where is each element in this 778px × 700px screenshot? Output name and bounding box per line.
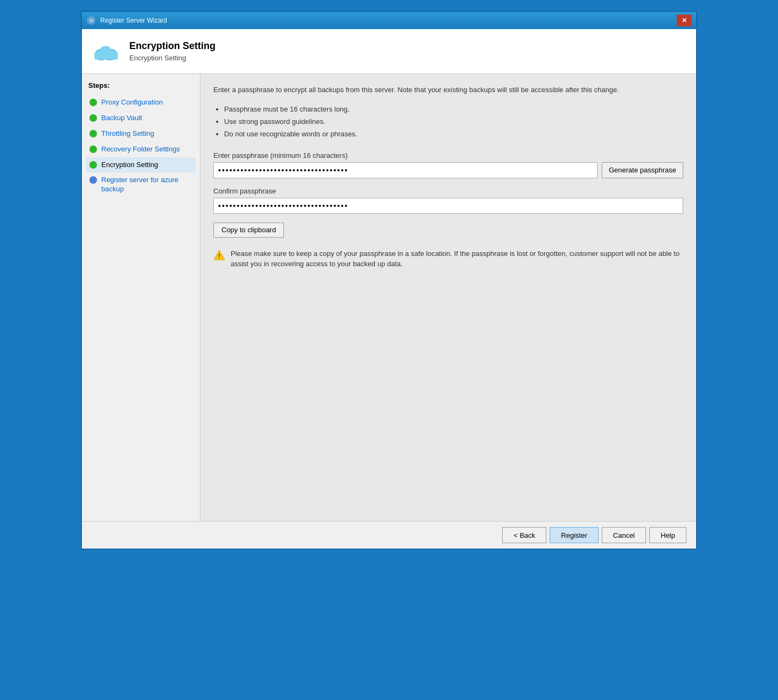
sidebar-item-backup-vault[interactable]: Backup Vault bbox=[86, 110, 196, 126]
cancel-button[interactable]: Cancel bbox=[602, 527, 646, 543]
sidebar-label-throttling: Throttling Setting bbox=[101, 129, 154, 138]
step-dot-register bbox=[89, 176, 97, 184]
register-button[interactable]: Register bbox=[550, 527, 598, 543]
sidebar-label-recovery: Recovery Folder Settings bbox=[101, 145, 180, 154]
confirm-passphrase-input[interactable] bbox=[213, 198, 683, 214]
passphrase-row: Generate passphrase bbox=[213, 162, 683, 178]
window-title: Register Server Wizard bbox=[100, 17, 677, 24]
intro-text: Enter a passphrase to encrypt all backup… bbox=[213, 85, 683, 95]
bullet-item-3: Do not use recognizable words or phrases… bbox=[224, 128, 683, 140]
main-window: ⟲ Register Server Wizard ✕ Encryption Se… bbox=[81, 11, 697, 550]
step-dot-throttling bbox=[89, 130, 97, 137]
sidebar: Steps: Proxy Configuration Backup Vault … bbox=[82, 74, 200, 521]
warning-text: Please make sure to keep a copy of your … bbox=[231, 248, 683, 269]
bullet-item-1: Passphrase must be 16 characters long. bbox=[224, 103, 683, 115]
bullet-item-2: Use strong password guidelines. bbox=[224, 115, 683, 128]
copy-to-clipboard-button[interactable]: Copy to clipboard bbox=[213, 223, 284, 238]
title-bar: ⟲ Register Server Wizard ✕ bbox=[82, 12, 696, 29]
sidebar-label-encryption: Encryption Setting bbox=[101, 161, 158, 170]
bullet-list: Passphrase must be 16 characters long. U… bbox=[224, 103, 683, 141]
step-dot-encryption bbox=[89, 161, 97, 169]
header-area: Encryption Setting Encryption Setting bbox=[82, 29, 696, 74]
confirm-label: Confirm passphrase bbox=[213, 187, 683, 195]
warning-icon: ! bbox=[213, 249, 225, 261]
step-dot-recovery bbox=[89, 145, 97, 153]
steps-label: Steps: bbox=[86, 81, 196, 89]
sidebar-item-throttling[interactable]: Throttling Setting bbox=[86, 126, 196, 142]
passphrase-label: Enter passphrase (minimum 16 characters) bbox=[213, 151, 683, 160]
sidebar-label-backup: Backup Vault bbox=[101, 114, 142, 123]
footer-area: < Back Register Cancel Help bbox=[82, 521, 696, 549]
step-dot-backup bbox=[89, 114, 97, 122]
generate-passphrase-button[interactable]: Generate passphrase bbox=[602, 162, 683, 178]
sidebar-item-proxy-config[interactable]: Proxy Configuration bbox=[86, 95, 196, 110]
sidebar-item-recovery[interactable]: Recovery Folder Settings bbox=[86, 142, 196, 157]
close-button[interactable]: ✕ bbox=[677, 15, 692, 26]
svg-text:⟲: ⟲ bbox=[89, 18, 94, 24]
svg-text:!: ! bbox=[218, 253, 220, 259]
step-dot-proxy bbox=[89, 99, 97, 106]
body-area: Steps: Proxy Configuration Backup Vault … bbox=[82, 74, 696, 521]
cloud-icon bbox=[92, 37, 121, 66]
sidebar-label-proxy: Proxy Configuration bbox=[101, 98, 163, 107]
sidebar-item-encryption[interactable]: Encryption Setting bbox=[86, 157, 196, 173]
header-text: Encryption Setting Encryption Setting bbox=[129, 40, 216, 62]
page-subtitle: Encryption Setting bbox=[129, 54, 216, 62]
passphrase-input[interactable] bbox=[213, 162, 598, 178]
sidebar-label-register: Register server for azure backup bbox=[101, 176, 192, 194]
app-icon: ⟲ bbox=[86, 16, 96, 25]
help-button[interactable]: Help bbox=[649, 527, 686, 543]
back-button[interactable]: < Back bbox=[502, 527, 546, 543]
svg-rect-7 bbox=[94, 54, 117, 60]
sidebar-item-register[interactable]: Register server for azure backup bbox=[86, 172, 196, 197]
page-title: Encryption Setting bbox=[129, 40, 216, 52]
main-content-area: Enter a passphrase to encrypt all backup… bbox=[200, 74, 696, 521]
warning-box: ! Please make sure to keep a copy of you… bbox=[213, 248, 683, 269]
